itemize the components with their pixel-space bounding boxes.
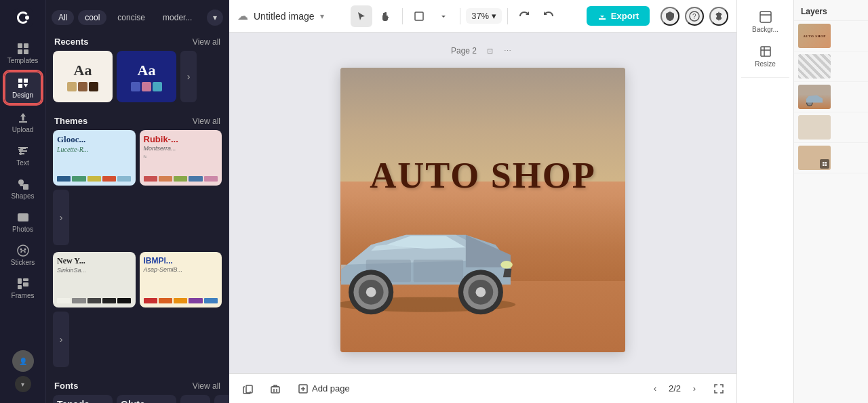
theme-card-5[interactable]: IBMPl... Asap-SemiB...: [140, 252, 222, 307]
themes-grid-row1: Glooc... Lucette-R... Rubik-... Montserr…: [46, 130, 229, 252]
fonts-view-all[interactable]: View all: [193, 381, 220, 391]
sidebar-item-templates[interactable]: Templates: [4, 38, 42, 68]
sidebar-item-frames[interactable]: Frames: [4, 273, 42, 303]
theme-font-name: IBMPl...: [144, 256, 218, 266]
fonts-header: Fonts View all: [46, 374, 229, 395]
themes-view-all[interactable]: View all: [193, 116, 220, 126]
style-more-button[interactable]: ▾: [207, 9, 223, 26]
svg-rect-14: [18, 278, 22, 284]
themes-next-button-1[interactable]: ›: [53, 190, 69, 245]
title-chevron[interactable]: ▾: [320, 12, 324, 21]
layer-item-5[interactable]: [794, 143, 868, 173]
theme-font-name: New Y...: [57, 256, 132, 266]
shield-icon-button[interactable]: [660, 7, 679, 26]
themes-next-button-2[interactable]: ›: [53, 312, 69, 367]
page-icon-1[interactable]: ⊡: [482, 43, 497, 58]
layer-thumb-5: [798, 146, 831, 170]
swatch: [117, 298, 131, 303]
nav-expand-btn[interactable]: ▾: [15, 376, 31, 392]
swatch: [102, 176, 116, 182]
zoom-value: 37%: [471, 11, 489, 21]
background-button[interactable]: Backgr...: [741, 5, 789, 37]
zoom-chevron: ▾: [492, 11, 496, 21]
resize-button[interactable]: Resize: [741, 40, 789, 72]
document-title[interactable]: Untitled image: [254, 11, 315, 22]
swatch: [72, 298, 85, 303]
topbar-tools: 37% ▾: [351, 5, 559, 27]
right-panel: Backgr... Resize: [736, 0, 793, 403]
sidebar-item-label: Design: [12, 91, 33, 99]
sidebar-item-label: Upload: [12, 126, 34, 133]
swatch: [174, 298, 187, 303]
hand-tool-button[interactable]: [375, 5, 397, 27]
recents-view-all[interactable]: View all: [193, 37, 220, 47]
delete-page-button[interactable]: [264, 378, 286, 400]
sidebar-item-photos[interactable]: Photos: [4, 207, 42, 237]
sidebar-item-label: Stickers: [11, 259, 35, 266]
sidebar-item-text[interactable]: T Text: [4, 140, 42, 171]
frame-dropdown-button[interactable]: [433, 5, 454, 27]
sidebar-item-design[interactable]: Design: [4, 71, 42, 104]
redo-button[interactable]: [538, 5, 559, 27]
recent-card-1[interactable]: Aa: [53, 51, 113, 102]
swatch: [78, 82, 87, 91]
style-tab-cool[interactable]: cool: [78, 10, 106, 25]
topbar-right-icons: ?: [660, 7, 728, 26]
swatch: [204, 176, 218, 182]
theme-card-1[interactable]: Glooc... Lucette-R...: [53, 130, 136, 186]
copy-page-button[interactable]: [237, 378, 259, 400]
export-button[interactable]: Export: [587, 6, 650, 26]
theme-font-sub: Asap-SemiB...: [144, 266, 218, 273]
next-page-button[interactable]: ›: [685, 379, 704, 398]
style-tab-all[interactable]: All: [52, 10, 74, 25]
undo-button[interactable]: [513, 5, 535, 27]
sidebar-item-shapes[interactable]: Shapes: [4, 173, 42, 204]
svg-point-27: [476, 287, 486, 297]
swatch: [89, 82, 98, 91]
frame-tool-button[interactable]: [408, 5, 430, 27]
app-logo[interactable]: [11, 5, 35, 30]
canvas-viewport[interactable]: Page 2 ⊡ ⋯: [229, 33, 736, 373]
recents-grid: Aa Aa ›: [46, 51, 229, 109]
font-card-3-partial[interactable]: Ru: [180, 395, 210, 403]
help-icon-button[interactable]: ?: [685, 7, 704, 26]
theme-card-2[interactable]: Rubik-... Montserra... ≈: [140, 130, 222, 186]
layer-thumb-1: AUTO SHOP: [798, 24, 831, 48]
font-card-2[interactable]: Glute... Baloo-Reg... HammersmithOn...: [117, 395, 176, 403]
svg-rect-23: [414, 259, 464, 282]
svg-text:T: T: [18, 148, 24, 157]
svg-rect-40: [823, 162, 825, 164]
zoom-control[interactable]: 37% ▾: [466, 8, 502, 24]
swatch: [142, 82, 151, 91]
user-avatar[interactable]: 👤: [12, 350, 34, 372]
fit-page-button[interactable]: [709, 379, 728, 398]
settings-icon-button[interactable]: [709, 7, 728, 26]
layer-item-2[interactable]: [794, 51, 868, 82]
layer-item-1[interactable]: AUTO SHOP: [794, 21, 868, 51]
layer-thumb-4: [798, 115, 831, 140]
layer-item-3[interactable]: [794, 82, 868, 112]
canvas-frame[interactable]: AUTO SHOP: [340, 68, 625, 352]
recent-palette-2: [131, 82, 162, 91]
page-icon-2[interactable]: ⋯: [500, 43, 515, 58]
font-card-1[interactable]: Tenada-... Zocbel X-E... Stilu-Regular: [53, 395, 113, 403]
prev-page-button[interactable]: ‹: [646, 379, 665, 398]
layer-item-4[interactable]: [794, 112, 868, 143]
recent-aa-text: Aa: [138, 62, 156, 79]
svg-rect-8: [23, 184, 28, 190]
canvas-design-text[interactable]: AUTO SHOP: [370, 154, 596, 196]
select-tool-button[interactable]: [351, 5, 372, 27]
style-tab-modern[interactable]: moder...: [156, 10, 199, 25]
right-panel-tools: Backgr... Resize: [741, 5, 789, 78]
fonts-more-button[interactable]: Mor: [214, 395, 229, 403]
add-page-button[interactable]: Add page: [292, 379, 357, 398]
theme-font-sub: Montserra...: [144, 145, 218, 152]
recents-next-button[interactable]: ›: [180, 51, 197, 102]
recent-card-2[interactable]: Aa: [117, 51, 176, 102]
layers-title: Layers: [801, 7, 827, 16]
theme-card-4[interactable]: New Y... SinkinSa...: [53, 252, 136, 307]
style-tab-concise[interactable]: concise: [111, 10, 152, 25]
sidebar-item-upload[interactable]: Upload: [4, 107, 42, 137]
theme-font-name: Rubik-...: [144, 134, 218, 144]
sidebar-item-stickers[interactable]: Stickers: [4, 240, 42, 270]
